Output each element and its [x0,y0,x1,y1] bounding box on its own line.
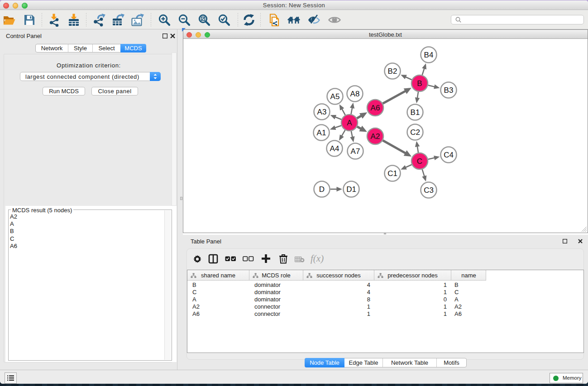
svg-text:A7: A7 [351,147,360,156]
svg-text:B1: B1 [411,108,420,117]
svg-text:A5: A5 [330,92,340,101]
svg-text:A2: A2 [371,132,380,141]
svg-text:B2: B2 [388,67,397,76]
svg-text:C1: C1 [387,169,397,178]
svg-text:A4: A4 [330,144,339,153]
svg-text:D: D [319,185,325,194]
svg-text:D1: D1 [346,185,356,194]
svg-text:A3: A3 [317,108,327,116]
svg-text:B3: B3 [444,86,454,95]
svg-text:A1: A1 [317,129,326,137]
svg-text:B4: B4 [424,51,434,59]
svg-text:A: A [347,119,352,127]
svg-text:A6: A6 [371,104,380,112]
svg-text:B: B [417,79,422,88]
svg-text:A8: A8 [350,90,360,98]
svg-text:C3: C3 [424,186,434,195]
svg-text:C4: C4 [444,151,454,159]
svg-text:C2: C2 [410,128,420,137]
svg-text:C: C [417,157,422,166]
